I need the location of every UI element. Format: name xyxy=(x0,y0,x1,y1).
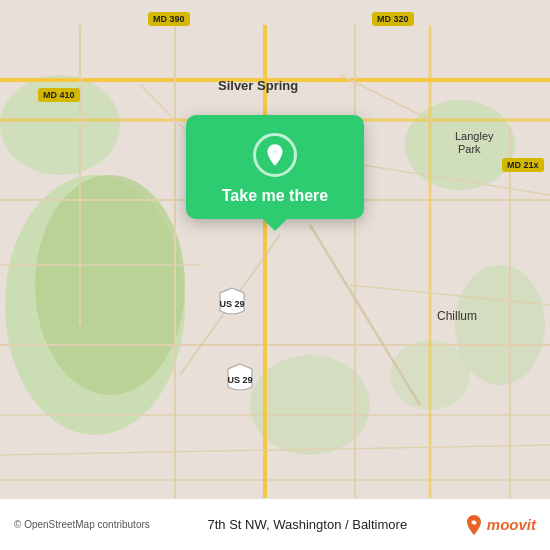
route-badge-md390: MD 390 xyxy=(148,12,190,26)
moovit-logo: moovit xyxy=(465,514,536,536)
svg-text:Park: Park xyxy=(458,143,481,155)
svg-point-7 xyxy=(250,355,370,455)
svg-point-2 xyxy=(35,175,185,395)
route-badge-md320: MD 320 xyxy=(372,12,414,26)
map-attribution: © OpenStreetMap contributors xyxy=(14,519,150,530)
moovit-pin-icon xyxy=(465,514,483,536)
location-icon xyxy=(253,133,297,177)
bottom-bar: © OpenStreetMap contributors 7th St NW, … xyxy=(0,498,550,550)
svg-text:Silver Spring: Silver Spring xyxy=(218,78,298,93)
route-badge-md410: MD 410 xyxy=(38,88,80,102)
svg-text:Chillum: Chillum xyxy=(437,309,477,323)
svg-text:US 29: US 29 xyxy=(219,299,244,309)
take-me-there-button[interactable]: Take me there xyxy=(222,187,328,205)
map-container: Silver Spring Langley Park Chillum MD 39… xyxy=(0,0,550,550)
address-label: 7th St NW, Washington / Baltimore xyxy=(150,517,465,532)
svg-text:US 29: US 29 xyxy=(227,375,252,385)
route-badge-us29b: US 29 xyxy=(226,362,254,394)
map-background: Silver Spring Langley Park Chillum xyxy=(0,0,550,550)
route-badge-us29a: US 29 xyxy=(218,286,246,318)
route-badge-md21x: MD 21x xyxy=(502,158,544,172)
popup-card[interactable]: Take me there xyxy=(186,115,364,219)
moovit-wordmark: moovit xyxy=(487,516,536,533)
svg-text:Langley: Langley xyxy=(455,130,494,142)
